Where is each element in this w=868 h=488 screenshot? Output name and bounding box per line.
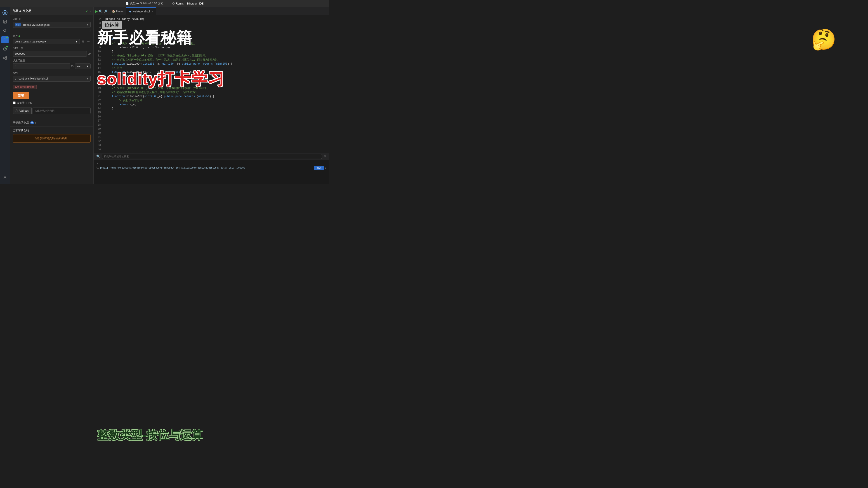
console-arrow: > xyxy=(96,162,98,166)
verify-badge xyxy=(6,46,8,47)
console-search-bar: 🔍 ✕ xyxy=(94,153,329,160)
deploy-btn-row: 部署 xyxy=(13,92,91,101)
sidebar-plugin-btn[interactable] xyxy=(1,54,8,61)
edit-account-icon[interactable]: ✏ xyxy=(86,40,91,43)
eth-reset-icon[interactable]: ⟳ xyxy=(71,64,74,68)
tx-section-chevron-icon[interactable]: › xyxy=(90,121,91,125)
editor-area: ▶ 🔍 🔎 🏠 Home ◆ HelloWorld.sol × 23456789… xyxy=(94,7,329,184)
tx-info-icon[interactable]: ℹ xyxy=(35,121,36,125)
sidebar-verify-btn[interactable] xyxy=(1,45,8,53)
recorded-tx-title: 已记录的交易 0 ℹ xyxy=(13,121,36,125)
icon-sidebar: ⬡ xyxy=(0,7,10,184)
eth-unit-select[interactable]: Wei ▼ xyxy=(75,64,91,69)
at-address-row: At Address xyxy=(13,107,91,114)
account-row: 0x5B3...eddC4 (99.9999999 ▼ ⧉ ✏ xyxy=(13,39,91,44)
deploy-panel-actions: ✓ › xyxy=(86,9,91,13)
right-title: ⬡ Remix – Ethereum IDE xyxy=(172,2,204,5)
tab-close-icon[interactable]: × xyxy=(151,10,153,13)
publish-ipfs-checkbox[interactable] xyxy=(13,101,16,104)
svg-rect-11 xyxy=(5,58,6,59)
copy-account-icon[interactable]: ⧉ xyxy=(81,40,85,43)
chevron-right-action-icon[interactable]: › xyxy=(90,9,91,13)
remix-icon: ⬡ xyxy=(172,2,175,5)
console-output: > 📞 [call] from: 0x5B38Da6a701c568545dCf… xyxy=(94,160,329,183)
environment-label: 环境 ⚙ xyxy=(13,18,91,21)
gas-limit-reset-icon[interactable]: ⟳ xyxy=(88,52,91,56)
contract-select[interactable]: a - contracts/HelloWorld.sol ▼ xyxy=(13,76,91,82)
tab-home[interactable]: 🏠 Home xyxy=(109,7,126,15)
deploy-badge xyxy=(6,37,8,38)
console-search-icon: 🔍 xyxy=(96,155,100,158)
tab-actions: ▶ 🔍 🔎 xyxy=(94,9,109,13)
svg-line-7 xyxy=(5,31,6,32)
svg-point-6 xyxy=(3,29,6,32)
deploy-button[interactable]: 部署 xyxy=(13,92,29,99)
contract-label: 合约 xyxy=(13,71,91,75)
console-clear-icon[interactable]: ✕ xyxy=(324,155,327,158)
code-content: 2345678910111213141516171819202122232425… xyxy=(94,15,329,153)
main-layout: ⬡ 部署 & xyxy=(0,7,329,184)
recorded-tx-section[interactable]: 已记录的交易 0 ℹ › xyxy=(10,119,93,127)
sol-file-icon: ◆ xyxy=(129,10,131,13)
sidebar-settings-btn[interactable] xyxy=(1,173,8,181)
panel-body: 环境 ⚙ VM Remix VM (Shanghai) ▼ ℹ 账户 xyxy=(10,15,93,119)
title-bar: 📄 类型 — Solidity 0.8.20 文档 ⬡ Remix – Ethe… xyxy=(0,0,329,7)
deployed-contracts-section: 已部署的合约 当前您没有可交互的合约实例。 xyxy=(10,127,93,144)
account-status-dot xyxy=(19,35,20,37)
sidebar-files-btn[interactable] xyxy=(1,18,8,25)
console-call-indicator: 📞 xyxy=(96,166,99,170)
tab-file-helloworld[interactable]: ◆ HelloWorld.sol × xyxy=(126,7,156,15)
sidebar-deploy-btn[interactable]: ⬡ xyxy=(1,36,8,43)
publish-ipfs-row: 发布到 IPFS xyxy=(13,101,91,105)
search-tab-icon[interactable]: 🔍 xyxy=(99,9,103,13)
eth-amount-field: 以太币数量 0 ⟳ Wei ▼ xyxy=(13,59,91,69)
tx-count-badge: 0 xyxy=(30,121,34,124)
eth-amount-label: 以太币数量 xyxy=(13,59,91,62)
doc-icon: 📄 xyxy=(125,2,129,5)
console-call-line: 📞 [call] from: 0x5B38Da6a701c568545dCfcB… xyxy=(96,166,327,170)
at-address-button[interactable]: At Address xyxy=(13,107,32,114)
gas-limit-input[interactable]: 3000000 xyxy=(13,51,87,57)
environment-field: 环境 ⚙ VM Remix VM (Shanghai) ▼ ℹ xyxy=(13,18,91,32)
gas-limit-row: 3000000 ⟳ xyxy=(13,51,91,57)
svg-point-12 xyxy=(4,177,5,178)
run-icon[interactable]: ▶ xyxy=(95,9,98,13)
left-title: 📄 类型 — Solidity 0.8.20 文档 xyxy=(125,2,163,5)
console-call-text: [call] from: 0x5B38Da6a701c568545dCfcB03… xyxy=(100,166,245,170)
evm-version-badge: evm 版本: shanghai xyxy=(13,84,91,90)
code-lines[interactable]: pragma solidity ^0.8.19;/** 位运算*/ functi… xyxy=(103,15,329,153)
publish-ipfs-label[interactable]: 发布到 IPFS xyxy=(17,101,32,105)
env-help-icon[interactable]: ℹ xyxy=(90,29,91,32)
environment-select[interactable]: VM Remix VM (Shanghai) ▼ xyxy=(13,22,91,28)
console-debug-button[interactable]: 调试 xyxy=(314,166,324,170)
account-label: 账户 xyxy=(13,35,91,38)
sidebar-search-btn[interactable] xyxy=(1,27,8,34)
deploy-panel: 部署 & 发交易 ✓ › 环境 ⚙ VM Remix VM (Shanghai) xyxy=(10,7,94,184)
gas-limit-field: GAS 上限 3000000 ⟳ xyxy=(13,46,91,57)
console-area: 🔍 ✕ > 📞 [call] from: 0x5B38Da6a701c56854… xyxy=(94,153,329,184)
console-expand-icon[interactable]: › xyxy=(324,166,327,170)
contract-chevron-icon: ▼ xyxy=(86,77,89,80)
unit-chevron-icon: ▼ xyxy=(86,65,89,68)
svg-rect-9 xyxy=(3,57,5,59)
account-field: 账户 0x5B3...eddC4 (99.9999999 ▼ ⧉ ✏ xyxy=(13,35,91,44)
svg-marker-1 xyxy=(3,11,6,14)
deploy-panel-title: 部署 & 发交易 xyxy=(13,9,31,13)
no-contracts-msg: 当前您没有可交互的合约实例。 xyxy=(13,134,91,142)
sidebar-logo[interactable] xyxy=(1,9,8,16)
search2-tab-icon[interactable]: 🔎 xyxy=(103,9,107,13)
account-input[interactable]: 0x5B3...eddC4 (99.9999999 ▼ xyxy=(13,39,80,44)
at-address-input[interactable] xyxy=(33,107,91,114)
deploy-panel-header: 部署 & 发交易 ✓ › xyxy=(10,7,93,15)
console-search-input[interactable] xyxy=(102,154,322,159)
env-info-icon[interactable]: ⚙ xyxy=(19,18,21,21)
env-chevron-icon: ▼ xyxy=(86,24,89,26)
account-chevron-icon: ▼ xyxy=(75,40,78,43)
line-numbers: 2345678910111213141516171819202122232425… xyxy=(94,15,103,153)
check-icon[interactable]: ✓ xyxy=(86,9,88,13)
deployed-contracts-title: 已部署的合约 xyxy=(13,129,91,132)
eth-amount-input[interactable]: 0 xyxy=(13,63,70,69)
home-icon: 🏠 xyxy=(112,10,115,13)
gas-limit-label: GAS 上限 xyxy=(13,46,91,50)
deploy-title-text: 部署 & 发交易 xyxy=(13,9,31,13)
